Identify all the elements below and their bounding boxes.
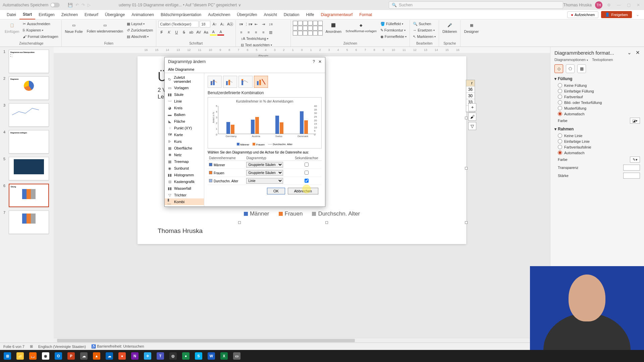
font-color-icon[interactable]: A <box>217 29 224 36</box>
shapes-gallery[interactable] <box>293 21 323 36</box>
search-input[interactable]: 🔍 Suchen <box>389 1 563 9</box>
dialog-close-icon[interactable]: ✕ <box>318 59 322 64</box>
chrome-icon[interactable]: ◉ <box>40 351 52 361</box>
section-button[interactable]: ▤Abschnitt▾ <box>126 34 154 40</box>
subtype-custom[interactable] <box>254 76 268 88</box>
indent-left-icon[interactable]: ⇤ <box>253 21 259 27</box>
tab-aufzeichnen[interactable]: Aufzeichnen <box>205 10 233 19</box>
change-case-icon[interactable]: Aa <box>203 29 209 36</box>
cat-templates[interactable]: ▭Vorlagen <box>165 84 204 91</box>
arrange-button[interactable]: ⬛Anordnen <box>324 21 343 34</box>
selection-handle[interactable] <box>465 167 468 170</box>
panel-close-icon[interactable]: ✕ <box>636 50 640 55</box>
horizontal-scrollbar[interactable] <box>54 338 550 343</box>
replace-button[interactable]: ↔Ersetzen▾ <box>412 27 437 33</box>
subtype-3[interactable] <box>238 76 253 88</box>
border-gradient-radio[interactable]: Farbverlaufslinie <box>554 144 640 150</box>
settings-icon[interactable]: ⚙ <box>607 3 611 7</box>
dialog-tab-all[interactable]: Alle Diagramme <box>165 66 325 73</box>
designer-button[interactable]: ▦Designer <box>463 21 480 34</box>
cat-boxplot[interactable]: ⊟Kastengrafik <box>165 178 204 185</box>
cat-combo[interactable]: ▮〰Kombi <box>165 198 204 205</box>
font-name-combo[interactable]: Calibri (Textkörper) <box>158 21 199 27</box>
selection-handle[interactable] <box>465 221 468 224</box>
redo-icon[interactable]: ↷ <box>82 3 85 7</box>
cat-histogram[interactable]: ▮▮Histogramm <box>165 172 204 178</box>
align-center-icon[interactable]: ≡ <box>245 29 252 36</box>
skype-icon[interactable]: S <box>193 351 205 361</box>
cat-surface[interactable]: ▦Oberfläche <box>165 145 204 152</box>
telegram-icon[interactable]: ✈ <box>142 351 154 361</box>
shape-fill-button[interactable]: 🪣Fülleffekt▾ <box>379 21 408 27</box>
selection-handle[interactable] <box>465 117 468 119</box>
file-explorer-icon[interactable]: 📁 <box>14 351 26 361</box>
snagit-icon[interactable]: ● <box>116 351 128 361</box>
find-button[interactable]: 🔍Suchen <box>412 21 437 27</box>
reuse-slides-button[interactable]: ▭ Folien wiederverwenden <box>86 21 124 34</box>
clear-format-icon[interactable]: Aⓧ <box>227 21 233 27</box>
thumbnail-4[interactable]: 4Diagramme einfügen <box>3 130 50 154</box>
fill-none-radio[interactable]: Keine Füllung <box>554 82 640 88</box>
thumbnail-2[interactable]: 2Diagramm <box>3 76 50 100</box>
tab-hilfe[interactable]: Hilfe <box>303 10 317 19</box>
teams-icon[interactable]: T <box>154 351 166 361</box>
save-icon[interactable]: 💾 <box>68 3 73 7</box>
chart-styles-icon[interactable]: 🖌 <box>468 113 476 121</box>
record-button[interactable]: ●Aufzeichnen <box>567 11 598 18</box>
fill-pattern-radio[interactable]: Musterfüllung <box>554 105 640 111</box>
tab-animationen[interactable]: Animationen <box>128 10 157 19</box>
cat-stock[interactable]: ⊪Kurs <box>165 138 204 145</box>
copy-button[interactable]: ⎘Kopieren▾ <box>22 27 59 33</box>
thumbnail-1[interactable]: 1Diagramme aus Datenpunkten• ...• ... <box>3 50 50 73</box>
dictate-button[interactable]: 🎤Diktieren <box>441 21 458 34</box>
cat-sunburst[interactable]: ◉Sunburst <box>165 165 204 172</box>
thumbnail-5[interactable]: 5 <box>3 157 50 180</box>
cat-bar[interactable]: ▬Balken <box>165 111 204 118</box>
border-section[interactable]: ▾Rahmen <box>554 127 640 131</box>
fill-gradient-radio[interactable]: Farbverlauf <box>554 94 640 100</box>
size-tab-icon[interactable]: ▦ <box>577 64 586 73</box>
shadow-icon[interactable]: ab <box>188 29 195 36</box>
highlight-icon[interactable]: A <box>210 29 217 36</box>
onenote-icon[interactable]: N <box>129 351 141 361</box>
border-none-radio[interactable]: Keine Linie <box>554 133 640 138</box>
cat-line[interactable]: 〰Linie <box>165 98 204 105</box>
chart-filters-icon[interactable]: ▽ <box>468 122 476 130</box>
thumbnail-6[interactable]: 6Übung <box>3 184 50 207</box>
bold-icon[interactable]: F <box>158 29 165 36</box>
subtype-2[interactable] <box>223 76 237 88</box>
line-spacing-icon[interactable]: ↕≡ <box>267 21 274 27</box>
reset-button[interactable]: ↺Zurücksetzen <box>126 27 154 33</box>
from-beginning-icon[interactable]: ▷ <box>88 3 91 7</box>
ok-button[interactable]: OK <box>267 188 285 194</box>
align-left-icon[interactable]: ≡ <box>238 29 245 36</box>
fill-line-tab-icon[interactable]: ◇ <box>554 64 563 73</box>
fill-picture-radio[interactable]: Bild- oder Texturfüllung <box>554 100 640 105</box>
shape-effects-button[interactable]: ◉Formeffekte▾ <box>379 34 408 40</box>
firefox-icon[interactable]: 🦊 <box>27 351 39 361</box>
format-painter-button[interactable]: 🖌Format übertragen <box>22 34 59 40</box>
start-button[interactable]: ⊞ <box>1 351 13 361</box>
accessibility-status[interactable]: ♿ Barrierefreiheit: Untersuchen <box>91 344 144 349</box>
cat-column[interactable]: ▮▮Säule <box>165 91 204 98</box>
transparency-input[interactable] <box>623 165 640 171</box>
thumbnail-7[interactable]: 7 <box>3 210 50 234</box>
chevron-down-icon[interactable]: ⌄ <box>636 12 639 17</box>
increase-font-icon[interactable]: A↑ <box>211 21 218 27</box>
underline-icon[interactable]: U <box>173 29 180 36</box>
panel-tab-text[interactable]: Textoptionen <box>592 58 613 62</box>
tab-entwurf[interactable]: Entwurf <box>81 10 102 19</box>
tab-zeichnen[interactable]: Zeichnen <box>58 10 81 19</box>
cat-waterfall[interactable]: ▮▮Wasserfall <box>165 185 204 192</box>
decrease-font-icon[interactable]: A↓ <box>219 21 226 27</box>
tab-dictation[interactable]: Dictation <box>280 10 303 19</box>
user-avatar[interactable]: TH <box>595 1 602 9</box>
series-type-select[interactable]: Gruppierte Säulen <box>246 162 283 168</box>
text-direction-button[interactable]: ↕ATextrichtung▾ <box>240 36 288 42</box>
cat-recent[interactable]: ↻Zuletzt verwendet <box>165 74 204 84</box>
tab-datei[interactable]: Datei <box>3 10 19 19</box>
tab-bildschirmpraesentation[interactable]: Bildschirmpräsentation <box>157 10 205 19</box>
columns-icon[interactable]: ▥ <box>267 29 274 36</box>
vlc-icon[interactable]: ▲ <box>91 351 103 361</box>
cut-button[interactable]: ✂Ausschneiden <box>22 21 59 27</box>
